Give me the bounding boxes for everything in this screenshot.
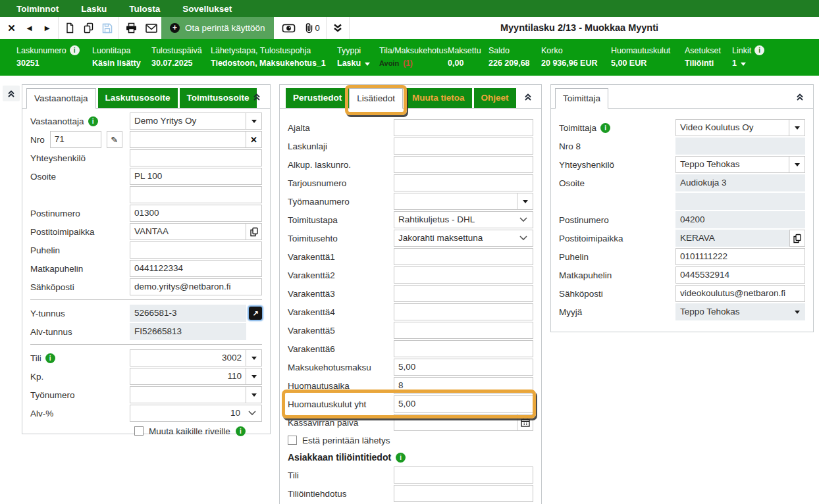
block-collection-checkbox[interactable] <box>288 436 297 445</box>
spare-field-2-input[interactable] <box>394 266 533 284</box>
recipient-dropdown-button[interactable] <box>246 113 262 130</box>
supplier-email-input[interactable]: videokoulutus@netbaron.fi <box>675 285 805 302</box>
info-icon[interactable]: i <box>396 453 406 463</box>
contact-person-input[interactable] <box>130 149 262 166</box>
spare-field-6-input[interactable] <box>394 340 533 357</box>
copy-document-button[interactable] <box>79 17 98 39</box>
tab-vastaanottaja[interactable]: Vastaanottaja <box>26 88 96 109</box>
field-row-postitoimipaikka: Postitoimipaikka VANTAA <box>30 223 262 240</box>
reminder-fee-input[interactable]: 5,00 <box>394 359 533 376</box>
business-id-link-button[interactable]: ↗ <box>249 307 262 320</box>
recipient-search-input[interactable] <box>130 131 246 148</box>
offer-number-input[interactable] <box>394 174 533 191</box>
spare-field-3-input[interactable] <box>394 285 533 302</box>
account-dropdown-button[interactable] <box>246 349 262 366</box>
tab-toimittaja[interactable]: Toimittaja <box>555 88 608 109</box>
info-icon[interactable]: i <box>236 426 246 436</box>
print-button[interactable] <box>121 17 142 39</box>
previous-button[interactable]: ◀ <box>20 17 38 39</box>
enable-collection-button[interactable]: + Ota perintä käyttöön <box>161 17 274 39</box>
menu-lasku[interactable]: Lasku <box>81 4 107 14</box>
seller-dropdown-button[interactable] <box>789 303 805 320</box>
tab-toimitusosoite[interactable]: Toimitusosoite <box>180 88 257 108</box>
postal-code-input[interactable]: 01300 <box>130 205 262 222</box>
invoice-kind-input[interactable] <box>394 138 533 155</box>
cost-center-input[interactable]: 110 <box>130 368 246 385</box>
site-number-dropdown-button[interactable] <box>517 193 533 210</box>
copy-icon <box>793 234 802 243</box>
collapse-details-panel-button[interactable] <box>521 90 535 103</box>
attachments-button[interactable]: 0 <box>300 17 324 39</box>
apply-all-rows-checkbox[interactable] <box>134 426 144 436</box>
copy-supplier-city-button[interactable] <box>789 230 805 247</box>
supplier-mobile-input[interactable]: 0445532914 <box>675 266 805 284</box>
delivery-terms-select[interactable]: Jakorahti maksettuna <box>394 230 533 247</box>
supplier-combobox[interactable]: Video Koulutus Oy <box>675 119 789 136</box>
toolbar-divider <box>326 17 327 39</box>
work-number-dropdown-button[interactable] <box>246 386 262 403</box>
supplier-contact-combobox[interactable]: Teppo Tehokas <box>675 156 789 173</box>
recipient-combobox[interactable]: Demo Yritys Oy <box>130 113 246 130</box>
tab-muuta-tietoa[interactable]: Muuta tietoa <box>405 88 472 108</box>
account-input[interactable]: 3002 <box>130 349 246 366</box>
accounting-suggestion-input[interactable] <box>394 485 533 502</box>
collapse-column-button[interactable] <box>3 86 20 101</box>
reminder-period-input[interactable]: 8 <box>394 377 533 394</box>
info-icon[interactable]: i <box>88 116 98 126</box>
supplier-contact-dropdown-button[interactable] <box>789 156 805 173</box>
address-input[interactable]: PL 100 <box>130 168 262 185</box>
copy-city-button[interactable] <box>246 223 262 240</box>
menu-tulosta[interactable]: Tulosta <box>129 4 160 14</box>
collapse-recipient-panel-button[interactable] <box>250 90 263 103</box>
preview-button[interactable] <box>278 17 300 39</box>
tab-lisatiedot[interactable]: Lisätiedot <box>349 88 403 109</box>
vat-percent-select[interactable]: 10 <box>130 405 262 422</box>
tab-perustiedot[interactable]: Perustiedot <box>286 88 349 108</box>
period-input[interactable] <box>394 119 533 136</box>
original-invoice-number-input[interactable] <box>394 156 533 173</box>
info-icon[interactable]: i <box>70 45 80 55</box>
mobile-input[interactable]: 0441122334 <box>130 260 262 277</box>
collapse-supplier-panel-button[interactable] <box>793 90 806 103</box>
cashflow-date-input[interactable] <box>394 414 517 431</box>
menu-toiminnot[interactable]: Toiminnot <box>16 4 59 14</box>
edit-recipient-button[interactable]: ✎ <box>107 131 122 148</box>
recipient-number-input[interactable]: 71 <box>50 131 101 148</box>
cost-center-dropdown-button[interactable] <box>246 368 262 385</box>
accounting-link[interactable]: Tiliöinti <box>685 59 721 68</box>
supplier-phone-input[interactable]: 0101111222 <box>675 248 805 265</box>
reminder-costs-total-input[interactable]: 5,00 <box>394 395 533 413</box>
invoice-type-dropdown[interactable]: Lasku <box>337 59 370 68</box>
integrations-button[interactable] <box>329 17 347 39</box>
tab-ohjeet[interactable]: Ohjeet <box>474 88 516 108</box>
info-icon[interactable]: i <box>45 353 55 363</box>
clear-recipient-button[interactable]: ✕ <box>246 131 262 148</box>
delivery-method-select[interactable]: Rahtikuljetus - DHL <box>394 211 533 228</box>
next-button[interactable]: ▶ <box>38 17 56 39</box>
new-document-button[interactable] <box>61 17 79 39</box>
email-button[interactable] <box>142 17 161 39</box>
spare-field-1-input[interactable] <box>394 248 533 265</box>
links-dropdown[interactable]: 1 <box>732 59 764 68</box>
tab-laskutusosoite[interactable]: Laskutusosoite <box>98 88 178 108</box>
save-button[interactable] <box>98 17 117 39</box>
work-number-input[interactable] <box>130 386 246 403</box>
seller-combobox[interactable]: Teppo Tehokas <box>675 303 789 320</box>
customer-account-input[interactable] <box>394 466 533 484</box>
creation-method: Käsin lisätty <box>92 59 141 68</box>
field-row-toimittaja: Toimittajai Video Koulutus Oy <box>559 119 805 136</box>
address2-input[interactable] <box>130 186 262 203</box>
info-icon[interactable]: i <box>754 45 764 55</box>
calendar-button[interactable] <box>517 414 533 431</box>
supplier-dropdown-button[interactable] <box>789 119 805 136</box>
phone-input[interactable] <box>130 241 262 259</box>
spare-field-5-input[interactable] <box>394 322 533 339</box>
email-input[interactable]: demo.yritys@netbaron.fi <box>130 278 262 295</box>
pencil-icon: ✎ <box>111 136 118 144</box>
close-button[interactable]: ✕ <box>3 17 20 39</box>
city-input[interactable]: VANTAA <box>130 223 246 240</box>
info-icon[interactable]: i <box>600 123 610 133</box>
menu-sovellukset[interactable]: Sovellukset <box>182 4 232 14</box>
site-number-input[interactable] <box>394 193 517 210</box>
spare-field-4-input[interactable] <box>394 303 533 320</box>
